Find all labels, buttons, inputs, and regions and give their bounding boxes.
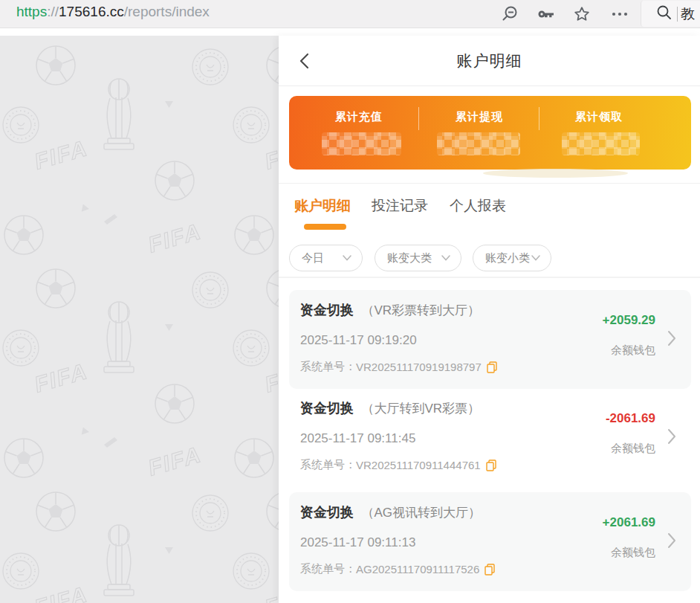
transaction-wallet: 余额钱包 bbox=[603, 546, 655, 560]
chevron-right-icon[interactable] bbox=[667, 428, 676, 448]
divider bbox=[279, 277, 700, 278]
summary-divider bbox=[539, 107, 539, 130]
filter-date-label: 今日 bbox=[302, 251, 324, 265]
more-menu-icon[interactable] bbox=[609, 0, 630, 28]
copy-icon[interactable] bbox=[487, 361, 497, 373]
transaction-datetime: 2025-11-17 09:11:13 bbox=[300, 535, 415, 550]
divider bbox=[279, 183, 700, 184]
page-header: 账户明细 bbox=[279, 36, 700, 86]
transaction-type: 资金切换 bbox=[300, 401, 354, 416]
quick-search-query: 教 bbox=[681, 4, 695, 24]
transaction-amount-block: +2059.29 余额钱包 bbox=[603, 313, 655, 358]
star-icon[interactable] bbox=[573, 0, 591, 28]
filter-major-category-dropdown[interactable]: 账变大类 bbox=[375, 245, 461, 271]
transaction-amount: +2061.69 bbox=[603, 515, 655, 530]
censored-value bbox=[562, 132, 640, 155]
transaction-amount-block: -2061.69 余额钱包 bbox=[606, 411, 655, 456]
transaction-title: 资金切换 （AG视讯转到大厅） bbox=[300, 503, 481, 521]
order-label: 系统单号： bbox=[300, 562, 356, 576]
zoom-out-icon[interactable] bbox=[501, 0, 519, 28]
page-title: 账户明细 bbox=[279, 51, 700, 71]
transaction-order: 系统单号： VR202511170911444761 bbox=[300, 458, 496, 472]
transaction-detail: （AG视讯转到大厅） bbox=[361, 506, 481, 520]
chevron-down-icon bbox=[343, 255, 351, 261]
tab-bet-records[interactable]: 投注记录 bbox=[372, 196, 428, 216]
transaction-row[interactable]: 资金切换 （VR彩票转到大厅） 2025-11-17 09:19:20 系统单号… bbox=[289, 290, 691, 389]
transaction-order: 系统单号： AG202511170911117526 bbox=[300, 562, 495, 576]
order-label: 系统单号： bbox=[300, 458, 356, 472]
transaction-wallet: 余额钱包 bbox=[606, 442, 655, 456]
transaction-order: 系统单号： VR202511170919198797 bbox=[300, 360, 497, 374]
filter-date-dropdown[interactable]: 今日 bbox=[289, 245, 363, 271]
chevron-right-icon[interactable] bbox=[667, 329, 676, 350]
url-text[interactable]: https://175616.cc/reports/index bbox=[16, 4, 210, 20]
copy-icon[interactable] bbox=[486, 459, 496, 471]
summary-label-withdraw: 累计提现 bbox=[456, 110, 503, 124]
transaction-row[interactable]: 资金切换 （大厅转到VR彩票） 2025-11-17 09:11:45 系统单号… bbox=[289, 388, 691, 487]
summary-label-collect: 累计领取 bbox=[575, 110, 623, 124]
text-caret bbox=[677, 7, 678, 22]
order-number: AG202511170911117526 bbox=[356, 563, 479, 575]
transaction-detail: （VR彩票转到大厅） bbox=[361, 303, 480, 317]
chevron-right-icon[interactable] bbox=[667, 532, 676, 552]
transaction-title: 资金切换 （VR彩票转到大厅） bbox=[300, 301, 480, 319]
order-number: VR202511170911444761 bbox=[356, 459, 481, 471]
censored-value bbox=[437, 132, 520, 155]
filter-minor-category-label: 账变小类 bbox=[485, 251, 530, 265]
tab-personal-report[interactable]: 个人报表 bbox=[450, 196, 506, 216]
chevron-down-icon bbox=[441, 255, 450, 261]
filter-major-category-label: 账变大类 bbox=[387, 251, 432, 265]
transaction-title: 资金切换 （大厅转到VR彩票） bbox=[300, 399, 480, 417]
screen: https://175616.cc/reports/index bbox=[0, 0, 700, 603]
toolbar-gap bbox=[0, 28, 700, 36]
fifa-watermark-background: FIFA bbox=[0, 36, 279, 603]
transaction-wallet: 余额钱包 bbox=[603, 344, 655, 358]
url-separator: :// bbox=[47, 4, 59, 19]
transaction-type: 资金切换 bbox=[300, 303, 354, 317]
search-icon bbox=[656, 4, 673, 24]
key-icon[interactable] bbox=[537, 0, 556, 28]
order-number: VR202511170919198797 bbox=[356, 361, 482, 373]
url-scheme: https bbox=[16, 4, 47, 19]
summary-card: 累计充值 累计提现 累计领取 bbox=[289, 96, 691, 170]
order-label: 系统单号： bbox=[300, 360, 356, 374]
chevron-down-icon bbox=[531, 255, 540, 261]
summary-divider bbox=[418, 107, 419, 130]
url-host: 175616.cc bbox=[59, 4, 124, 19]
transaction-row[interactable]: 资金切换 （AG视讯转到大厅） 2025-11-17 09:11:13 系统单号… bbox=[289, 492, 691, 591]
transaction-amount: +2059.29 bbox=[603, 313, 655, 328]
active-tab-underline bbox=[304, 224, 346, 230]
copy-icon[interactable] bbox=[485, 564, 495, 575]
url-path: /reports/index bbox=[124, 4, 210, 19]
summary-label-deposit: 累计充值 bbox=[335, 110, 383, 124]
quick-search-box[interactable]: 教 bbox=[641, 1, 700, 27]
transaction-detail: （大厅转到VR彩票） bbox=[361, 402, 480, 416]
transaction-amount: -2061.69 bbox=[606, 411, 655, 426]
transaction-amount-block: +2061.69 余额钱包 bbox=[603, 515, 655, 560]
censored-value bbox=[322, 132, 401, 155]
account-detail-panel: 账户明细 累计充值 累计提现 累计领取 账户明细 投注记录 个人报表 今日 bbox=[279, 36, 700, 603]
card-shadow-strip bbox=[483, 169, 628, 178]
transaction-datetime: 2025-11-17 09:19:20 bbox=[300, 333, 417, 348]
filter-minor-category-dropdown[interactable]: 账变小类 bbox=[473, 245, 551, 271]
transaction-type: 资金切换 bbox=[300, 505, 354, 520]
tab-account-detail[interactable]: 账户明细 bbox=[294, 196, 351, 216]
browser-address-bar[interactable]: https://175616.cc/reports/index bbox=[0, 0, 700, 28]
transaction-datetime: 2025-11-17 09:11:45 bbox=[300, 431, 415, 446]
